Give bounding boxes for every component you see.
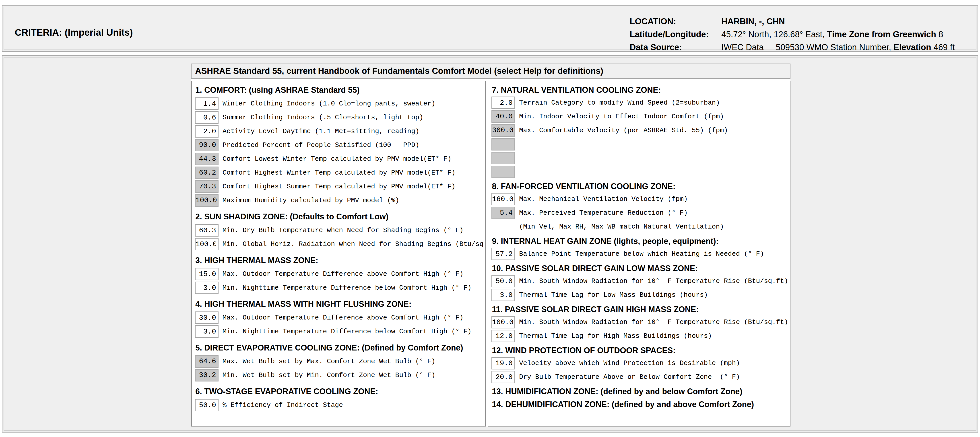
criteria-section: 7. NATURAL VENTILATION COOLING ZONE:Terr… [492, 86, 788, 178]
elevation-value: 469 ft [931, 43, 955, 52]
value-input[interactable] [195, 238, 218, 250]
row-label: Max. Wet Bulb set by Max. Comfort Zone W… [223, 358, 435, 365]
value-readonly: 70.3 [195, 180, 218, 193]
criteria-row: Dry Bulb Temperature Above or Below Comf… [492, 371, 788, 383]
value-input[interactable] [195, 125, 218, 138]
criteria-section: 5. DIRECT EVAPORATIVE COOLING ZONE: (Def… [195, 343, 483, 381]
value-readonly: 40.0 [492, 110, 515, 123]
value-readonly: 100.0 [195, 194, 218, 207]
value-input[interactable] [492, 289, 515, 301]
criteria-row: Terrain Category to modify Wind Speed (2… [492, 97, 788, 109]
criteria-row: 100.0Maximum Humidity calculated by PMV … [195, 194, 483, 207]
value-input[interactable] [195, 97, 218, 110]
row-label: Max. Mechanical Ventilation Velocity (fp… [519, 195, 688, 203]
criteria-row: 30.2Min. Wet Bulb set by Min. Comfort Zo… [195, 369, 483, 381]
criteria-title: CRITERIA: (Imperial Units) [15, 27, 133, 38]
value-readonly: 64.6 [195, 355, 218, 368]
datasource-label: Data Source: [630, 41, 721, 54]
wmo-station: 509530 WMO Station Number, [776, 43, 894, 52]
criteria-row: Min. Nighttime Temperature Difference be… [195, 281, 483, 294]
criteria-row: Velocity above which Wind Protection is … [492, 357, 788, 369]
row-label: Maximum Humidity calculated by PMV model… [223, 197, 399, 204]
row-label: % Efficiency of Indirect Stage [223, 401, 343, 409]
value-input[interactable] [492, 97, 515, 109]
criteria-section: 9. INTERNAL HEAT GAIN ZONE (lights, peop… [492, 237, 788, 260]
row-label: Thermal Time Lag for High Mass Buildings… [519, 332, 712, 340]
value-readonly: 44.3 [195, 153, 218, 165]
value-input[interactable] [195, 325, 218, 338]
criteria-section: 11. PASSIVE SOLAR DIRECT GAIN HIGH MASS … [492, 305, 788, 342]
criteria-row: 40.0Min. Indoor Velocity to Effect Indoo… [492, 110, 788, 123]
value-readonly: 300.0 [492, 124, 515, 137]
value-input[interactable] [492, 316, 515, 329]
criteria-row [492, 138, 788, 151]
criteria-section: 12. WIND PROTECTION OF OUTDOOR SPACES:Ve… [492, 346, 788, 383]
value-input[interactable] [492, 371, 515, 383]
section-title: 4. HIGH THERMAL MASS WITH NIGHT FLUSHING… [195, 299, 483, 309]
criteria-section: 4. HIGH THERMAL MASS WITH NIGHT FLUSHING… [195, 299, 483, 338]
row-label: Balance Point Temperature below which He… [519, 250, 764, 258]
section-title: 14. DEHUMIDIFICATION ZONE: (defined by a… [492, 400, 788, 409]
value-input[interactable] [492, 248, 515, 260]
row-label: Summer Clothing Indoors (.5 Clo=shorts, … [223, 114, 423, 121]
value-input[interactable] [195, 281, 218, 294]
row-label: Min. Dry Bulb Temperature when Need for … [223, 227, 463, 234]
criteria-columns: 1. COMFORT: (using ASHRAE Standard 55)Wi… [191, 81, 791, 426]
criteria-row: Min. South Window Radiation for 10° F Te… [492, 316, 788, 329]
row-label: Min. Wet Bulb set by Min. Comfort Zone W… [223, 372, 435, 379]
section-title: 3. HIGH THERMAL MASS ZONE: [195, 256, 483, 265]
row-label: Winter Clothing Indoors (1.0 Clo=long pa… [223, 100, 435, 108]
criteria-row: Max. Mechanical Ventilation Velocity (fp… [492, 193, 788, 205]
criteria-section: 6. TWO-STAGE EVAPORATIVE COOLING ZONE:% … [195, 387, 483, 412]
value-input[interactable] [492, 275, 515, 288]
latlong-label: Latitude/Longitude: [630, 28, 721, 41]
value-readonly [492, 138, 515, 151]
row-label: Thermal Time Lag for Low Mass Buildings … [519, 291, 708, 299]
row-note: (Min Vel, Max RH, Max WB match Natural V… [519, 223, 724, 230]
section-title: 9. INTERNAL HEAT GAIN ZONE (lights, peop… [492, 237, 788, 246]
value-input[interactable] [492, 357, 515, 369]
criteria-column-left: 1. COMFORT: (using ASHRAE Standard 55)Wi… [191, 81, 486, 426]
row-label: Predicted Percent of People Satisfied (1… [223, 141, 419, 149]
section-title: 10. PASSIVE SOLAR DIRECT GAIN LOW MASS Z… [492, 264, 788, 273]
criteria-row: Min. Nighttime Temperature Difference be… [195, 325, 483, 338]
section-title: 6. TWO-STAGE EVAPORATIVE COOLING ZONE: [195, 387, 483, 396]
row-label: Min. South Window Radiation for 10° F Te… [519, 277, 788, 285]
criteria-column-right: 7. NATURAL VENTILATION COOLING ZONE:Terr… [488, 81, 791, 426]
value-input[interactable] [195, 224, 218, 237]
location-info-block: LOCATION: HARBIN, -, CHN Latitude/Longit… [630, 15, 955, 54]
criteria-row: % Efficiency of Indirect Stage [195, 399, 483, 412]
location-value: HARBIN, -, CHN [721, 15, 955, 28]
value-input[interactable] [492, 193, 515, 205]
criteria-row: Min. Dry Bulb Temperature when Need for … [195, 224, 483, 237]
section-title: 7. NATURAL VENTILATION COOLING ZONE: [492, 86, 788, 95]
row-label: Velocity above which Wind Protection is … [519, 359, 740, 367]
value-input[interactable] [492, 330, 515, 342]
criteria-row: Max. Outdoor Temperature Difference abov… [195, 311, 483, 324]
criteria-row: Summer Clothing Indoors (.5 Clo=shorts, … [195, 111, 483, 124]
datasource-value: IWEC Data509530 WMO Station Number, Elev… [721, 41, 955, 54]
section-title: 12. WIND PROTECTION OF OUTDOOR SPACES: [492, 346, 788, 355]
criteria-row: Winter Clothing Indoors (1.0 Clo=long pa… [195, 97, 483, 110]
app-window: { "colors": { "client_bg": "#efefef", "b… [0, 0, 980, 437]
value-input[interactable] [195, 399, 218, 412]
criteria-row: 44.3Comfort Lowest Winter Temp calculate… [195, 153, 483, 165]
value-input[interactable] [195, 311, 218, 324]
section-title: 5. DIRECT EVAPORATIVE COOLING ZONE: (Def… [195, 343, 483, 353]
criteria-row: 5.4Max. Perceived Temperature Reduction … [492, 207, 788, 219]
criteria-row: (Min Vel, Max RH, Max WB match Natural V… [492, 221, 788, 233]
criteria-row: Max. Outdoor Temperature Difference abov… [195, 268, 483, 280]
criteria-row: 64.6Max. Wet Bulb set by Max. Comfort Zo… [195, 355, 483, 368]
row-label: Max. Outdoor Temperature Difference abov… [223, 270, 463, 278]
section-title: 11. PASSIVE SOLAR DIRECT GAIN HIGH MASS … [492, 305, 788, 314]
value-readonly: 30.2 [195, 369, 218, 381]
row-label: Dry Bulb Temperature Above or Below Comf… [519, 373, 740, 381]
criteria-section: 14. DEHUMIDIFICATION ZONE: (defined by a… [492, 400, 788, 409]
criteria-row: Min. South Window Radiation for 10° F Te… [492, 275, 788, 288]
value-input[interactable] [195, 268, 218, 280]
criteria-row [492, 166, 788, 178]
row-label: Comfort Lowest Winter Temp calculated by… [223, 155, 451, 163]
value-input[interactable] [195, 111, 218, 124]
criteria-section: 10. PASSIVE SOLAR DIRECT GAIN LOW MASS Z… [492, 264, 788, 301]
criteria-row: 70.3Comfort Highest Summer Temp calculat… [195, 180, 483, 193]
